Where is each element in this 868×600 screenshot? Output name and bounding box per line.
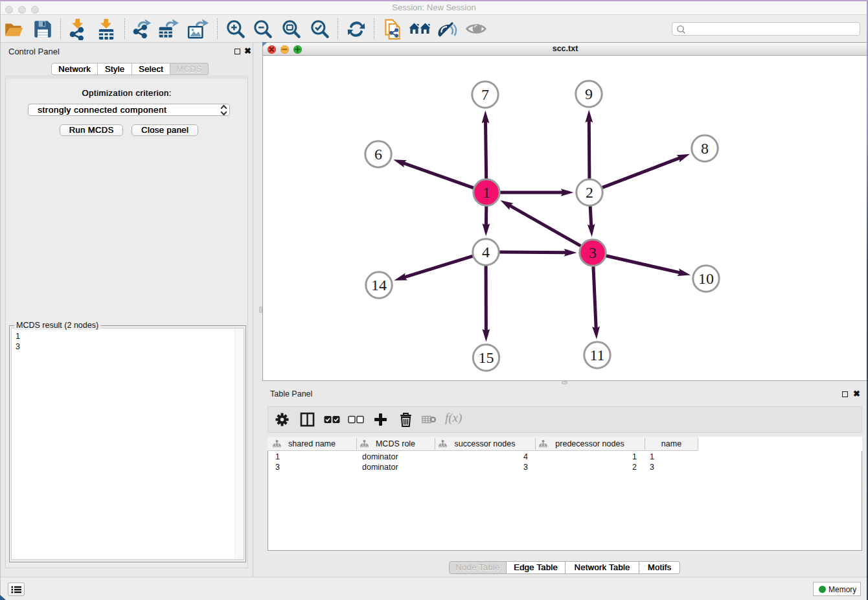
svg-text:2: 2 — [586, 184, 593, 201]
svg-text:15: 15 — [479, 349, 494, 366]
svg-text:6: 6 — [374, 146, 382, 163]
svg-text:1: 1 — [483, 184, 490, 201]
svg-text:7: 7 — [481, 86, 489, 103]
svg-text:11: 11 — [589, 347, 604, 363]
svg-text:9: 9 — [585, 86, 593, 102]
svg-text:4: 4 — [482, 244, 490, 260]
svg-text:14: 14 — [371, 277, 387, 294]
svg-text:3: 3 — [589, 244, 597, 261]
svg-text:8: 8 — [701, 140, 709, 157]
svg-text:10: 10 — [698, 270, 714, 287]
